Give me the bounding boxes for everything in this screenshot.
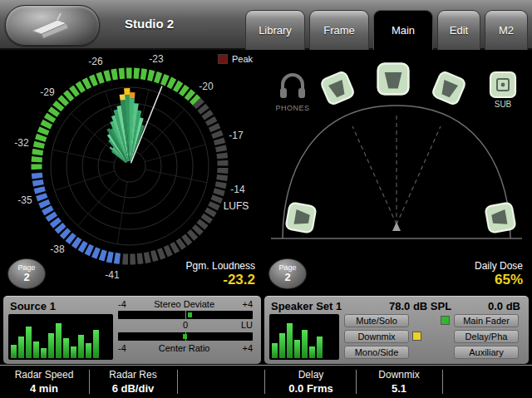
tab-main[interactable]: Main <box>373 10 433 50</box>
daily-dose-label: Daily Dose <box>475 260 523 272</box>
loudness-radar-panel: LUFS Peak Page 2 Pgm. Loudness -23.2 -23… <box>3 52 261 294</box>
page-title: Studio 2 <box>125 17 174 31</box>
tab-edit[interactable]: Edit <box>437 10 480 50</box>
speaker-set-panel: Speaker Set 1 78.0 dB SPL 0.0 dB Mute/So… <box>264 296 529 364</box>
histogram-bar <box>71 346 76 358</box>
peak-label: Peak <box>232 54 253 64</box>
radar-page-button[interactable]: Page 2 <box>7 258 46 289</box>
histogram-bar <box>18 337 24 358</box>
lu-unit-label: LU <box>241 320 253 330</box>
stereo-deviate-scale: -4 Stereo Deviate +4 <box>118 299 253 309</box>
meter-screen: Studio 2 Library Frame Main Edit M2 LUFS… <box>0 0 532 398</box>
separator <box>89 370 90 394</box>
logo-device-icon <box>6 6 99 45</box>
main-fader-indicator <box>441 316 450 325</box>
separator <box>264 370 265 394</box>
subwoofer-icon[interactable] <box>490 72 515 97</box>
histogram-bar <box>309 346 315 358</box>
downmix-button[interactable]: Downmix <box>344 330 409 343</box>
separator <box>177 370 178 394</box>
histogram-bar <box>33 341 39 358</box>
sub-label: SUB <box>495 100 512 109</box>
radar-scale-label: -29 <box>40 86 54 98</box>
stereo-deviate-meter <box>118 311 253 319</box>
histogram-bar <box>41 348 47 358</box>
speaker-page-button[interactable]: Page 2 <box>268 258 307 289</box>
histogram-bar <box>63 338 69 358</box>
delay-cell[interactable]: Delay 0.0 Frms <box>268 366 354 398</box>
program-loudness-label: Pgm. Loudness <box>186 260 255 272</box>
radar-speed-cell[interactable]: Radar Speed 4 min <box>0 366 88 398</box>
histogram-bar <box>11 345 17 358</box>
header-bar: Studio 2 Library Frame Main Edit M2 <box>0 0 532 50</box>
speaker-icon-surround-left[interactable] <box>285 202 316 233</box>
speaker-set-title: Speaker Set 1 <box>271 300 342 312</box>
brand-logo <box>5 5 100 46</box>
level-value: 0.0 dB <box>488 300 520 312</box>
peak-indicator <box>218 54 228 64</box>
radar-scale-label: -32 <box>14 137 28 149</box>
source-level-histogram <box>8 314 113 360</box>
center-ratio-scale: -4 Center Ratio +4 <box>118 343 253 353</box>
lufs-unit-label: LUFS <box>224 200 249 212</box>
speaker-icon-surround-right[interactable] <box>485 202 515 233</box>
mute-solo-button[interactable]: Mute/Solo <box>344 314 409 327</box>
mono-side-button[interactable]: Mono/Side <box>344 346 409 359</box>
tab-frame[interactable]: Frame <box>309 10 369 50</box>
histogram-bar <box>302 330 308 358</box>
speaker-icon-front-left[interactable] <box>320 71 355 106</box>
histogram-bar <box>317 337 323 358</box>
separator <box>356 370 357 394</box>
speaker-setup-panel: PHONES SUB Page 2 Daily Dose 65% <box>264 52 529 294</box>
delay-pha-button[interactable]: Delay/Pha <box>454 330 519 343</box>
right-axis-line <box>397 126 441 224</box>
source-panel: Source 1 -4 Stereo Deviate +4 0 LU -4 Ce… <box>3 296 261 364</box>
stereo-deviate-label: Stereo Deviate <box>154 299 214 309</box>
histogram-bar <box>78 335 84 358</box>
tab-bar: Library Frame Main Edit M2 <box>245 10 528 50</box>
phones-label: PHONES <box>273 104 313 112</box>
meter-zero-row: 0 LU <box>118 320 253 330</box>
histogram-bar <box>93 330 99 358</box>
tab-library[interactable]: Library <box>245 10 305 50</box>
speaker-icon-front-right[interactable] <box>431 71 466 106</box>
radar-scale-label: -20 <box>199 81 213 92</box>
spl-value: 78.0 dB SPL <box>389 300 451 312</box>
separator <box>442 370 443 394</box>
left-axis-line <box>352 126 397 224</box>
speaker-icon-center[interactable] <box>378 64 409 95</box>
downmix-active-indicator <box>412 332 421 341</box>
listener-marker <box>392 222 401 231</box>
main-fader-button[interactable]: Main Fader <box>454 314 519 327</box>
histogram-bar <box>279 333 285 358</box>
headphones-icon <box>278 71 308 100</box>
program-loudness-value: -23.2 <box>223 272 255 288</box>
source-title: Source 1 <box>10 300 56 312</box>
histogram-bar <box>272 343 278 358</box>
histogram-bar <box>26 327 32 358</box>
downmix-cell[interactable]: Downmix 5.1 <box>357 366 441 398</box>
radar-scale-label: -38 <box>50 243 64 255</box>
auxiliary-button[interactable]: Auxiliary <box>454 346 519 359</box>
tab-m2[interactable]: M2 <box>485 10 528 50</box>
histogram-bar <box>294 340 300 358</box>
radar-scale-label: -26 <box>88 56 102 67</box>
radar-scale-label: -41 <box>105 269 119 281</box>
radar-scale-label: -14 <box>230 184 244 195</box>
histogram-bar <box>287 323 293 358</box>
histogram-bar <box>86 343 91 358</box>
bottom-bar: Radar Speed 4 min Radar Res 6 dB/div Del… <box>0 365 532 398</box>
radar-scale-label: -17 <box>229 130 243 141</box>
center-ratio-label: Center Ratio <box>159 343 210 353</box>
radar-scale-label: -23 <box>149 53 163 65</box>
phones-button[interactable]: PHONES <box>273 71 313 112</box>
radar-scale-label: -35 <box>17 194 32 206</box>
histogram-bar <box>48 333 54 358</box>
center-ratio-meter <box>118 332 253 341</box>
histogram-bar <box>56 323 62 358</box>
speaker-level-histogram <box>269 314 339 360</box>
radar-res-cell[interactable]: Radar Res 6 dB/div <box>90 366 176 398</box>
peak-legend: Peak <box>218 54 253 64</box>
daily-dose-value: 65% <box>495 272 523 288</box>
